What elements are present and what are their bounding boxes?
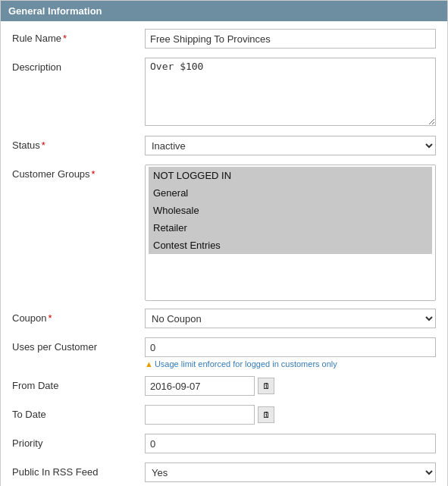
description-textarea[interactable] — [145, 58, 436, 126]
panel-header: General Information — [1, 1, 447, 21]
panel-title: General Information — [8, 5, 102, 17]
to-date-row-inner: 🗓 — [145, 405, 436, 425]
from-date-row-inner: 🗓 — [145, 376, 436, 396]
uses-per-customer-input[interactable] — [145, 337, 436, 357]
coupon-label: Coupon* — [12, 309, 145, 324]
coupon-control: No Coupon Specific Coupon — [145, 309, 436, 328]
usage-hint: ▲Usage limit enforced for logged in cust… — [145, 359, 436, 368]
rule-name-input[interactable] — [145, 29, 436, 49]
from-date-input[interactable] — [145, 376, 255, 396]
from-date-control: 🗓 — [145, 376, 436, 396]
coupon-select[interactable]: No Coupon Specific Coupon — [145, 309, 436, 328]
to-date-control: 🗓 — [145, 405, 436, 425]
rule-name-label: Rule Name* — [12, 29, 145, 44]
uses-per-customer-control: ▲Usage limit enforced for logged in cust… — [145, 337, 436, 368]
customer-groups-control: NOT LOGGED IN General Wholesale Retailer… — [145, 165, 436, 301]
status-select[interactable]: Inactive Active — [145, 136, 436, 155]
from-date-calendar-button[interactable]: 🗓 — [258, 378, 274, 394]
rule-name-row: Rule Name* — [12, 29, 436, 50]
from-date-row: From Date 🗓 — [12, 376, 436, 397]
public-rss-control: Yes No — [145, 462, 436, 482]
to-date-row: To Date 🗓 — [12, 405, 436, 426]
public-rss-row: Public In RSS Feed Yes No — [12, 462, 436, 484]
coupon-row: Coupon* No Coupon Specific Coupon — [12, 309, 436, 330]
warning-icon: ▲ — [145, 359, 153, 368]
to-date-input[interactable] — [145, 405, 255, 425]
uses-per-customer-row: Uses per Customer ▲Usage limit enforced … — [12, 337, 436, 368]
description-row: Description — [12, 58, 436, 128]
priority-control — [145, 434, 436, 453]
description-label: Description — [12, 58, 145, 73]
customer-groups-label: Customer Groups* — [12, 165, 145, 180]
from-date-label: From Date — [12, 376, 145, 391]
public-rss-label: Public In RSS Feed — [12, 462, 145, 478]
panel-body: Rule Name* Description Status* Inactive — [1, 21, 447, 486]
customer-groups-row: Customer Groups* NOT LOGGED IN General W… — [12, 165, 436, 301]
status-control: Inactive Active — [145, 136, 436, 155]
general-information-panel: General Information Rule Name* Descripti… — [0, 0, 448, 486]
priority-row: Priority — [12, 434, 436, 455]
status-label: Status* — [12, 136, 145, 151]
uses-per-customer-label: Uses per Customer — [12, 337, 145, 353]
to-date-calendar-button[interactable]: 🗓 — [258, 406, 274, 423]
rule-name-control — [145, 29, 436, 49]
to-date-label: To Date — [12, 405, 145, 420]
status-row: Status* Inactive Active — [12, 136, 436, 157]
public-rss-select[interactable]: Yes No — [145, 462, 436, 482]
customer-groups-select[interactable]: NOT LOGGED IN General Wholesale Retailer… — [145, 165, 436, 301]
priority-label: Priority — [12, 434, 145, 449]
priority-input[interactable] — [145, 434, 436, 453]
description-control — [145, 58, 436, 128]
